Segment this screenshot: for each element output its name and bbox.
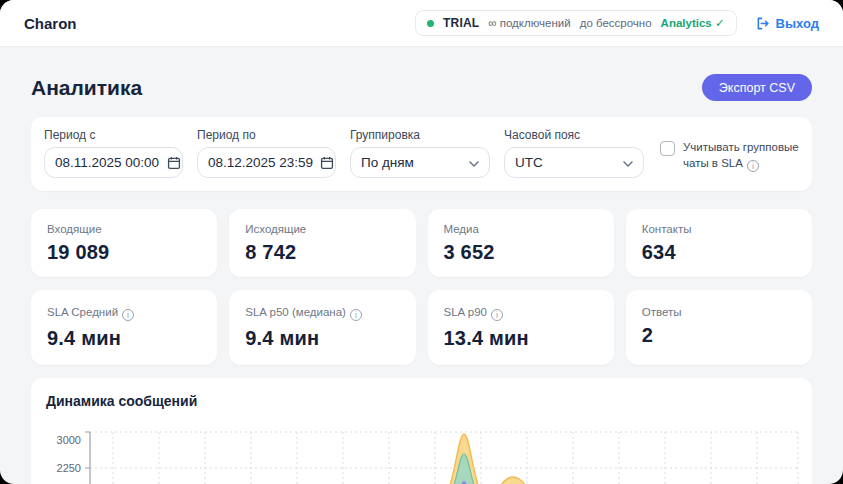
stat-card-sla-p90: SLA p90 13.4 мин bbox=[428, 290, 614, 365]
plan-connections: ∞ подключений bbox=[488, 17, 570, 29]
calendar-icon[interactable] bbox=[167, 156, 181, 170]
app-window: Charon TRIAL ∞ подключений до бессрочно … bbox=[0, 0, 843, 484]
export-csv-button[interactable]: Экспорт CSV bbox=[702, 74, 812, 101]
field-grouping: Группировка По дням bbox=[350, 128, 490, 178]
stat-value: 2 bbox=[642, 324, 796, 347]
stat-label: Исходящие bbox=[245, 223, 399, 235]
period-from-input[interactable] bbox=[55, 155, 167, 170]
orange-series-bump bbox=[499, 477, 527, 484]
chevron-down-icon bbox=[469, 155, 479, 170]
sla-group-chats-label: Учитывать групповые чаты в SLA bbox=[683, 140, 799, 172]
period-from-input-wrap bbox=[44, 147, 183, 178]
chart-title: Динамика сообщений bbox=[46, 393, 798, 409]
grouping-select[interactable]: По дням bbox=[350, 147, 490, 178]
stat-card-sla-p50: SLA p50 (медиана) 9.4 мин bbox=[229, 290, 415, 365]
logout-button[interactable]: Выход bbox=[755, 16, 819, 31]
stat-label: Входящие bbox=[47, 223, 201, 235]
info-icon[interactable] bbox=[122, 309, 134, 321]
plan-name: TRIAL bbox=[443, 16, 479, 30]
stat-card-incoming: Входящие 19 089 bbox=[31, 209, 217, 277]
sla-group-chats-option: Учитывать групповые чаты в SLA bbox=[660, 140, 799, 172]
period-to-input[interactable] bbox=[208, 155, 320, 170]
period-to-input-wrap bbox=[197, 147, 336, 178]
page-header: Аналитика Экспорт CSV bbox=[31, 47, 812, 101]
period-to-label: Период по bbox=[197, 128, 336, 142]
stat-label: Ответы bbox=[642, 306, 796, 318]
info-icon[interactable] bbox=[747, 160, 759, 172]
stats-row-1: Входящие 19 089 Исходящие 8 742 Медиа 3 … bbox=[31, 209, 812, 277]
grouping-value: По дням bbox=[361, 155, 414, 170]
stat-label: SLA p90 bbox=[444, 306, 598, 321]
main-content: Аналитика Экспорт CSV Период с Пе bbox=[0, 47, 843, 484]
info-icon[interactable] bbox=[350, 309, 362, 321]
chevron-down-icon bbox=[623, 155, 633, 170]
timezone-value: UTC bbox=[515, 155, 543, 170]
timezone-select[interactable]: UTC bbox=[504, 147, 644, 178]
stat-value: 8 742 bbox=[245, 241, 399, 264]
messages-dynamics-chart: 3000 2250 bbox=[45, 424, 799, 484]
stat-card-contacts: Контакты 634 bbox=[626, 209, 812, 277]
y-tick-3000: 3000 bbox=[57, 434, 81, 446]
stat-card-sla-avg: SLA Средний 9.4 мин bbox=[31, 290, 217, 365]
logout-icon bbox=[755, 16, 770, 31]
messages-dynamics-chart-card: Динамика сообщений bbox=[31, 378, 812, 484]
info-icon[interactable] bbox=[491, 309, 503, 321]
field-period-to: Период по bbox=[197, 128, 336, 178]
chart-plot-area: 3000 2250 bbox=[45, 424, 798, 484]
stat-value: 9.4 мин bbox=[245, 327, 399, 350]
plan-analytics-badge: Analytics ✓ bbox=[661, 16, 725, 30]
status-dot-icon bbox=[427, 20, 434, 27]
sla-group-chats-checkbox[interactable] bbox=[660, 141, 675, 156]
plan-badge: TRIAL ∞ подключений до бессрочно Analyti… bbox=[415, 10, 737, 36]
filters-panel: Период с Период по bbox=[31, 117, 812, 191]
stat-value: 19 089 bbox=[47, 241, 201, 264]
stat-value: 13.4 мин bbox=[444, 327, 598, 350]
stat-card-replies: Ответы 2 bbox=[626, 290, 812, 365]
stat-value: 634 bbox=[642, 241, 796, 264]
stats-row-2: SLA Средний 9.4 мин SLA p50 (медиана) 9.… bbox=[31, 290, 812, 365]
stat-label: SLA p50 (медиана) bbox=[245, 306, 399, 321]
stat-card-outgoing: Исходящие 8 742 bbox=[229, 209, 415, 277]
logout-label: Выход bbox=[776, 16, 819, 31]
field-timezone: Часовой пояс UTC bbox=[504, 128, 644, 178]
period-from-label: Период с bbox=[44, 128, 183, 142]
stat-card-media: Медиа 3 652 bbox=[428, 209, 614, 277]
timezone-label: Часовой пояс bbox=[504, 128, 644, 142]
stat-label: Контакты bbox=[642, 223, 796, 235]
stat-value: 3 652 bbox=[444, 241, 598, 264]
stat-value: 9.4 мин bbox=[47, 327, 201, 350]
page-title: Аналитика bbox=[31, 76, 142, 100]
field-period-from: Период с bbox=[44, 128, 183, 178]
grouping-label: Группировка bbox=[350, 128, 490, 142]
stat-label: Медиа bbox=[444, 223, 598, 235]
stat-label: SLA Средний bbox=[47, 306, 201, 321]
plan-expiry: до бессрочно bbox=[580, 17, 652, 29]
top-bar-right: TRIAL ∞ подключений до бессрочно Analyti… bbox=[415, 10, 819, 36]
brand-logo: Charon bbox=[24, 15, 77, 32]
calendar-icon[interactable] bbox=[320, 156, 334, 170]
y-tick-2250: 2250 bbox=[57, 462, 81, 474]
top-bar: Charon TRIAL ∞ подключений до бессрочно … bbox=[0, 0, 843, 47]
